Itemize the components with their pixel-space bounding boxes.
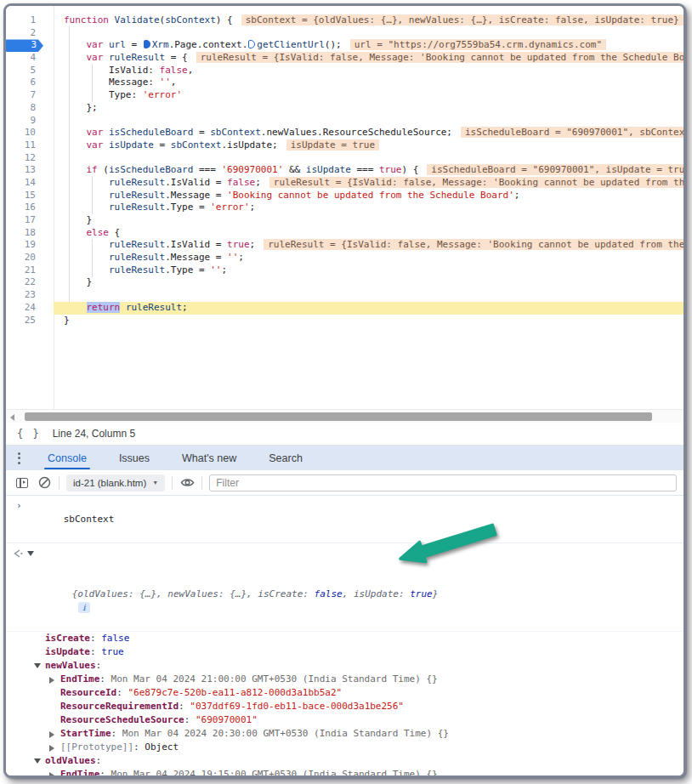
toolbar-divider — [201, 476, 202, 490]
code-line[interactable]: 19 ruleResult.IsValid = true;ruleResult … — [6, 239, 683, 252]
scrollbar-thumb[interactable] — [25, 412, 652, 421]
line-number[interactable]: 19 — [6, 239, 43, 252]
inline-breakpoint-filled-icon[interactable] — [144, 40, 150, 48]
tab-search[interactable]: Search — [265, 446, 306, 470]
devtools-tab-bar: ConsoleIssuesWhat's newSearch — [6, 446, 683, 470]
console-filter-input[interactable] — [209, 474, 677, 491]
line-number[interactable]: 25 — [6, 315, 43, 327]
code-line[interactable]: 21 ruleResult.Type = ''; — [6, 264, 683, 277]
inline-eval-annotation: isScheduleBoard = "690970001", sbContext… — [461, 127, 683, 138]
expand-triangle-icon[interactable] — [49, 731, 54, 738]
property-key: ResourceId — [60, 687, 116, 698]
expand-triangle-icon[interactable] — [49, 772, 54, 775]
object-tree-row[interactable]: EndTime: Mon Mar 04 2024 21:00:00 GMT+05… — [6, 673, 683, 686]
info-icon[interactable]: i — [78, 602, 90, 613]
expand-triangle-icon[interactable] — [49, 745, 54, 752]
object-tree-row[interactable]: newValues: — [6, 659, 683, 673]
scroll-left-arrow-icon[interactable] — [10, 414, 14, 421]
code-text: else { — [64, 227, 120, 240]
collapse-triangle-icon[interactable] — [34, 758, 41, 764]
more-tabs-menu-icon[interactable] — [6, 446, 31, 470]
code-line[interactable]: 13 if (isScheduleBoard === '690970001' &… — [6, 164, 683, 177]
line-number[interactable]: 23 — [6, 289, 43, 302]
line-number[interactable]: 1 — [6, 14, 43, 27]
code-line[interactable]: 2 — [6, 27, 683, 40]
console-sidebar-toggle-button[interactable] — [14, 475, 30, 491]
code-line[interactable]: 15 ruleResult.Message = 'Booking cannot … — [6, 190, 683, 202]
collapse-triangle-icon[interactable] — [27, 551, 34, 556]
pretty-print-icon[interactable]: { } — [17, 428, 41, 440]
horizontal-scrollbar[interactable] — [6, 409, 683, 423]
code-line[interactable]: 6 Message: '', — [6, 77, 683, 89]
line-number[interactable]: 20 — [6, 252, 43, 264]
line-number[interactable]: 9 — [6, 115, 43, 128]
source-editor-panel[interactable]: 1function Validate(sbContext) {sbContext… — [6, 6, 683, 409]
code-line[interactable]: 18 else { — [6, 227, 683, 240]
property-key: [[Prototype]] — [60, 741, 133, 753]
code-line[interactable]: 24 return ruleResult; — [6, 302, 683, 315]
collapse-triangle-icon[interactable] — [34, 663, 41, 668]
line-number[interactable]: 24 — [6, 302, 43, 315]
tab-issues[interactable]: Issues — [116, 446, 153, 470]
line-number[interactable]: 13 — [6, 164, 43, 177]
console-panel[interactable]: ›sbContext {oldValues: {…}, newValues: {… — [6, 496, 683, 775]
javascript-context-selector[interactable]: id-21 (blank.htm) ▼ — [66, 474, 165, 491]
code-line[interactable]: 3 var url = Xrm.Page.context.getClientUr… — [6, 39, 683, 52]
line-number[interactable]: 15 — [6, 190, 43, 202]
code-line[interactable]: 7 Type: 'error' — [6, 89, 683, 102]
code-line[interactable]: 25} — [6, 315, 683, 327]
code-line[interactable]: 4 var ruleResult = {ruleResult = {IsVali… — [6, 52, 683, 65]
code-line[interactable]: 9 — [6, 115, 683, 128]
line-number[interactable]: 21 — [6, 264, 43, 277]
code-text: return ruleResult; — [64, 302, 188, 315]
expand-triangle-icon[interactable] — [49, 677, 54, 684]
code-line[interactable]: 11 var isUpdate = sbContext.isUpdate;isU… — [6, 139, 683, 152]
code-line[interactable]: 14 ruleResult.IsValid = false;ruleResult… — [6, 177, 683, 190]
console-result-row[interactable]: {oldValues: {…}, newValues: {…}, isCreat… — [6, 543, 683, 632]
code-line[interactable]: 10 var isScheduleBoard = sbContext.newVa… — [6, 127, 683, 139]
inline-breakpoint-outline-icon[interactable] — [248, 40, 255, 48]
line-number[interactable]: 16 — [6, 202, 43, 214]
code-line[interactable]: 17 } — [6, 214, 683, 227]
console-input-echo[interactable]: ›sbContext — [6, 496, 683, 543]
code-line[interactable]: 16 ruleResult.Type = 'error'; — [6, 202, 683, 214]
object-tree-row[interactable]: StartTime: Mon Mar 04 2024 20:30:00 GMT+… — [6, 727, 683, 741]
line-number[interactable]: 6 — [6, 77, 43, 89]
property-key: isCreate — [45, 633, 90, 644]
line-number[interactable]: 10 — [6, 127, 43, 139]
line-number[interactable]: 8 — [6, 102, 43, 115]
create-live-expression-button[interactable] — [179, 475, 195, 491]
code-line[interactable]: 1function Validate(sbContext) {sbContext… — [6, 14, 683, 27]
line-number[interactable]: 11 — [6, 139, 43, 152]
object-tree-row[interactable]: oldValues: — [6, 754, 683, 768]
tab-what-s-new[interactable]: What's new — [179, 446, 240, 470]
code-line[interactable]: 12 — [6, 152, 683, 165]
code-text: ruleResult.Message = ''; — [64, 252, 244, 264]
object-tree-row[interactable]: [[Prototype]]: Object — [6, 741, 683, 754]
line-number[interactable]: 14 — [6, 177, 43, 190]
line-number[interactable]: 5 — [6, 65, 43, 77]
line-number[interactable]: 4 — [6, 52, 43, 65]
object-tree-row[interactable]: EndTime: Mon Mar 04 2024 19:15:00 GMT+05… — [6, 768, 683, 775]
line-number[interactable]: 3 — [6, 39, 44, 52]
line-number[interactable]: 12 — [6, 152, 43, 165]
code-line[interactable]: 8 }; — [6, 102, 683, 115]
toolbar-divider — [172, 476, 173, 490]
line-number[interactable]: 18 — [6, 227, 43, 240]
code-line[interactable]: 23 — [6, 289, 683, 302]
line-number[interactable]: 7 — [6, 89, 43, 102]
code-line[interactable]: 20 ruleResult.Message = ''; — [6, 252, 683, 264]
line-number[interactable]: 2 — [6, 27, 43, 40]
code-line[interactable]: 5 IsValid: false, — [6, 65, 683, 77]
property-value: Mon Mar 04 2024 21:00:00 GMT+0530 (India… — [111, 673, 438, 685]
code-text: } — [64, 315, 70, 327]
property-key: ResourceScheduleSource — [60, 714, 184, 725]
object-tree-row: ResourceId: "6e879c7e-520b-ea11-a812-000… — [6, 686, 683, 700]
line-number[interactable]: 22 — [6, 276, 43, 289]
property-key: ResourceRequirementId — [60, 701, 179, 712]
property-key: EndTime — [60, 769, 99, 775]
clear-console-button[interactable] — [37, 475, 52, 491]
line-number[interactable]: 17 — [6, 214, 43, 227]
tab-console[interactable]: Console — [44, 446, 90, 470]
code-line[interactable]: 22 } — [6, 276, 683, 289]
